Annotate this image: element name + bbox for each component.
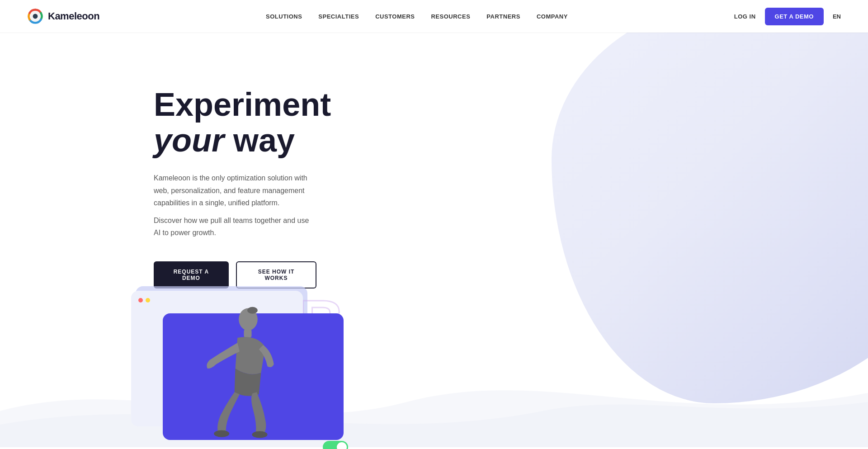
nav-company[interactable]: COMPANY bbox=[537, 13, 568, 20]
nav-customers[interactable]: CUSTOMERS bbox=[375, 13, 415, 20]
hero-title: Experiment your way bbox=[154, 87, 316, 158]
navbar: Kameleoon SOLUTIONS SPECIALTIES CUSTOMER… bbox=[0, 0, 868, 33]
logo-icon bbox=[27, 8, 43, 24]
hero-background-blob bbox=[552, 33, 868, 403]
svg-point-1 bbox=[33, 14, 38, 19]
login-button[interactable]: LOG IN bbox=[734, 13, 756, 20]
dot-yellow bbox=[146, 298, 150, 302]
toggle-switch[interactable] bbox=[323, 441, 348, 449]
get-demo-button[interactable]: GET A DEMO bbox=[765, 8, 824, 25]
hero-title-italic: your bbox=[154, 122, 224, 158]
svg-point-5 bbox=[214, 430, 229, 437]
toggle-knob bbox=[337, 442, 347, 449]
dot-red bbox=[138, 298, 143, 302]
hero-section: Experiment your way Kameleoon is the onl… bbox=[0, 33, 868, 449]
nav-specialties[interactable]: SPECIALTIES bbox=[318, 13, 359, 20]
logo-text: Kameleoon bbox=[48, 10, 99, 22]
hero-description-1: Kameleoon is the only optimization solut… bbox=[154, 172, 316, 209]
hero-description-2: Discover how we pull all teams together … bbox=[154, 214, 316, 239]
browser-dots bbox=[138, 298, 296, 302]
hero-illustration: AB bbox=[136, 277, 362, 449]
nav-actions: LOG IN GET A DEMO EN bbox=[734, 8, 841, 25]
svg-point-6 bbox=[252, 431, 267, 438]
hero-wave bbox=[0, 357, 868, 449]
svg-point-3 bbox=[247, 307, 258, 314]
language-selector[interactable]: EN bbox=[833, 13, 841, 20]
person-illustration bbox=[194, 304, 285, 449]
nav-resources[interactable]: RESOURCES bbox=[431, 13, 470, 20]
nav-solutions[interactable]: SOLUTIONS bbox=[266, 13, 302, 20]
logo-link[interactable]: Kameleoon bbox=[27, 8, 99, 24]
hero-content: Experiment your way Kameleoon is the onl… bbox=[0, 33, 316, 316]
svg-rect-4 bbox=[244, 329, 251, 338]
nav-links: SOLUTIONS SPECIALTIES CUSTOMERS RESOURCE… bbox=[266, 12, 568, 20]
nav-partners[interactable]: PARTNERS bbox=[486, 13, 520, 20]
